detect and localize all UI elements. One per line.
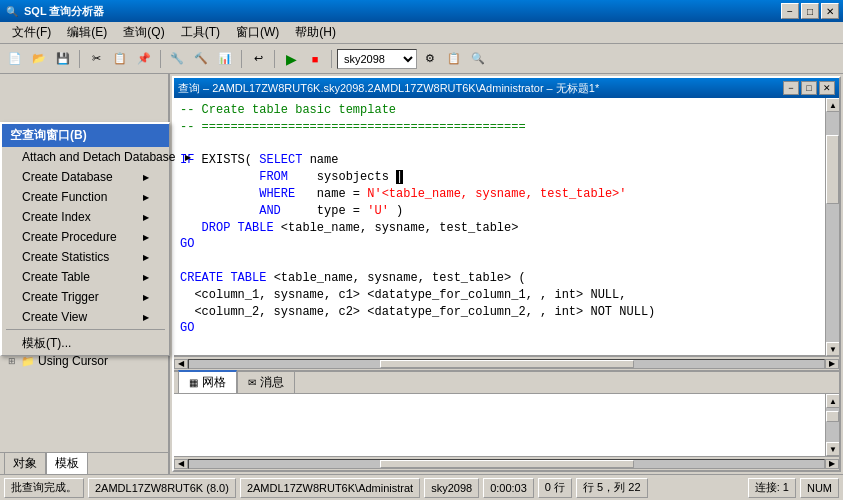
title-bar: 🔍 SQL 查询分析器 − □ ✕ <box>0 0 843 22</box>
results-hscroll-track[interactable] <box>188 459 825 469</box>
objects-tab[interactable]: 对象 <box>4 452 46 474</box>
query-close-btn[interactable]: ✕ <box>819 81 835 95</box>
menu-create-table[interactable]: Create Table <box>2 267 169 287</box>
toolbar-btn-7[interactable]: 📊 <box>214 48 236 70</box>
undo-button[interactable]: ↩ <box>247 48 269 70</box>
menu-create-index[interactable]: Create Index <box>2 207 169 227</box>
separator-3 <box>241 50 242 68</box>
menu-bar: 文件(F) 编辑(E) 查询(Q) 工具(T) 窗口(W) 帮助(H) <box>0 22 843 44</box>
status-text: 批查询完成。 <box>4 478 84 498</box>
status-connection: 连接: 1 <box>748 478 796 498</box>
sql-comment-1: -- Create table basic template <box>180 103 396 117</box>
separator-1 <box>79 50 80 68</box>
results-hscroll-thumb[interactable] <box>380 460 634 468</box>
results-vscroll-down[interactable]: ▼ <box>826 442 839 456</box>
editor-hscroll[interactable]: ◀ ▶ <box>174 356 839 370</box>
query-title-buttons: − □ ✕ <box>783 81 835 95</box>
results-hscroll-left[interactable]: ◀ <box>174 459 188 469</box>
results-hscroll[interactable]: ◀ ▶ <box>174 456 839 470</box>
context-menu-title[interactable]: 空查询窗口(B) <box>2 124 169 147</box>
toolbar-btn-9[interactable]: 📋 <box>443 48 465 70</box>
sql-kw-go1: GO <box>180 237 194 251</box>
menu-help[interactable]: 帮助(H) <box>287 22 344 43</box>
menu-create-view[interactable]: Create View <box>2 307 169 327</box>
app-title: SQL 查询分析器 <box>24 4 781 19</box>
hscroll-thumb[interactable] <box>380 360 634 368</box>
status-mode: NUM <box>800 478 839 498</box>
tree-expand-icon-4: ⊞ <box>8 356 18 366</box>
app-icon: 🔍 <box>4 3 20 19</box>
status-db: sky2098 <box>424 478 479 498</box>
status-rows: 0 行 <box>538 478 572 498</box>
context-menu: 空查询窗口(B) Attach and Detach Database Crea… <box>0 122 170 356</box>
vscroll-up[interactable]: ▲ <box>826 98 839 112</box>
sql-kw-go2: GO <box>180 321 194 335</box>
close-button[interactable]: ✕ <box>821 3 839 19</box>
results-content <box>174 394 825 456</box>
minimize-button[interactable]: − <box>781 3 799 19</box>
vscroll-down[interactable]: ▼ <box>826 342 839 356</box>
database-selector[interactable]: sky2098 <box>337 49 417 69</box>
query-title-text: 查询 – 2AMDL17ZW8RUT6K.sky2098.2AMDL17ZW8R… <box>178 81 783 96</box>
menu-create-procedure[interactable]: Create Procedure <box>2 227 169 247</box>
status-time: 0:00:03 <box>483 478 534 498</box>
main-container: 空查询窗口(B) Attach and Detach Database Crea… <box>0 74 843 474</box>
editor-container: -- Create table basic template -- ======… <box>174 98 839 356</box>
open-button[interactable]: 📂 <box>28 48 50 70</box>
save-button[interactable]: 💾 <box>52 48 74 70</box>
hscroll-left[interactable]: ◀ <box>174 359 188 369</box>
results-vscroll-track[interactable] <box>826 408 839 442</box>
separator-2 <box>160 50 161 68</box>
tab-grid[interactable]: ▦ 网格 <box>178 370 237 393</box>
results-vscroll[interactable]: ▲ ▼ <box>825 394 839 456</box>
menu-template[interactable]: 模板(T)... <box>2 332 169 355</box>
menu-create-function[interactable]: Create Function <box>2 187 169 207</box>
right-panel: 查询 – 2AMDL17ZW8RUT6K.sky2098.2AMDL17ZW8R… <box>170 74 843 474</box>
toolbar-btn-6[interactable]: 🔨 <box>190 48 212 70</box>
status-user: 2AMDL17ZW8RUT6K\Administrat <box>240 478 420 498</box>
results-content-area: ▲ ▼ <box>174 394 839 456</box>
vscroll-track[interactable] <box>826 112 839 342</box>
maximize-button[interactable]: □ <box>801 3 819 19</box>
menu-attach-detach[interactable]: Attach and Detach Database <box>2 147 169 167</box>
menu-window[interactable]: 窗口(W) <box>228 22 287 43</box>
vscroll-thumb[interactable] <box>826 135 839 204</box>
left-panel-tabs: 对象 模板 <box>0 452 168 474</box>
cut-button[interactable]: ✂ <box>85 48 107 70</box>
paste-button[interactable]: 📌 <box>133 48 155 70</box>
editor-vscroll[interactable]: ▲ ▼ <box>825 98 839 356</box>
separator-4 <box>274 50 275 68</box>
left-panel: 空查询窗口(B) Attach and Detach Database Crea… <box>0 74 170 474</box>
results-vscroll-up[interactable]: ▲ <box>826 394 839 408</box>
templates-tab[interactable]: 模板 <box>46 452 88 474</box>
query-maximize-btn[interactable]: □ <box>801 81 817 95</box>
folder-icon-4: 📁 <box>21 355 35 368</box>
sql-editor[interactable]: -- Create table basic template -- ======… <box>174 98 825 356</box>
hscroll-right[interactable]: ▶ <box>825 359 839 369</box>
results-hscroll-right[interactable]: ▶ <box>825 459 839 469</box>
toolbar-btn-10[interactable]: 🔍 <box>467 48 489 70</box>
hscroll-track[interactable] <box>188 359 825 369</box>
toolbar-btn-8[interactable]: ⚙ <box>419 48 441 70</box>
toolbar-btn-5[interactable]: 🔧 <box>166 48 188 70</box>
execute-btn[interactable]: ▶ <box>280 48 302 70</box>
stop-btn[interactable]: ■ <box>304 48 326 70</box>
menu-edit[interactable]: 编辑(E) <box>59 22 115 43</box>
menu-separator <box>6 329 165 330</box>
tab-messages[interactable]: ✉ 消息 <box>237 371 295 393</box>
new-button[interactable]: 📄 <box>4 48 26 70</box>
menu-create-trigger[interactable]: Create Trigger <box>2 287 169 307</box>
menu-query[interactable]: 查询(Q) <box>115 22 172 43</box>
menu-tools[interactable]: 工具(T) <box>173 22 228 43</box>
menu-create-statistics[interactable]: Create Statistics <box>2 247 169 267</box>
menu-create-database[interactable]: Create Database <box>2 167 169 187</box>
separator-5 <box>331 50 332 68</box>
message-icon: ✉ <box>248 377 256 388</box>
sql-divider: -- =====================================… <box>180 120 526 134</box>
status-bar: 批查询完成。 2AMDL17ZW8RUT6K (8.0) 2AMDL17ZW8R… <box>0 474 843 500</box>
copy-button[interactable]: 📋 <box>109 48 131 70</box>
menu-file[interactable]: 文件(F) <box>4 22 59 43</box>
results-area: ▦ 网格 ✉ 消息 ▲ ▼ <box>174 370 839 470</box>
query-minimize-btn[interactable]: − <box>783 81 799 95</box>
results-vscroll-thumb[interactable] <box>826 411 839 421</box>
